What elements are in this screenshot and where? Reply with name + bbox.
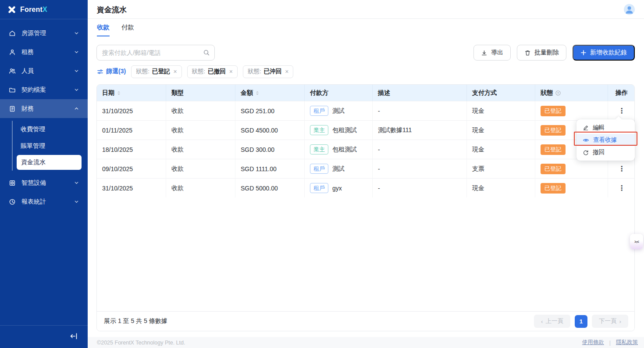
payer-name: 測試 xyxy=(332,107,345,115)
sidebar-item-finance[interactable]: 財務 xyxy=(0,99,88,118)
status-badge: 已登記 xyxy=(541,164,566,174)
status-badge: 已登記 xyxy=(541,144,566,155)
undo-redo-icon xyxy=(583,149,589,155)
brand-x-icon xyxy=(7,5,16,14)
assistant-widget-button[interactable]: >.< xyxy=(630,234,643,249)
chevron-right-icon: › xyxy=(619,318,622,325)
chip-field: 狀態: xyxy=(248,68,261,75)
cell-method: 現金 xyxy=(467,101,535,120)
payer-type-badge: 租戶 xyxy=(310,183,328,193)
next-page-button[interactable]: 下一頁 › xyxy=(592,315,628,328)
chip-close-icon[interactable]: × xyxy=(285,68,288,75)
table-row[interactable]: 31/10/2025 收款 SGD 251.00 租戶測試 - 現金 已登記 ⋮ xyxy=(97,101,634,120)
sidebar-subitem-bill-management[interactable]: 賬單管理 xyxy=(0,138,88,154)
pagination-summary: 展示 1 至 5 共 5 條數據 xyxy=(104,317,167,325)
chip-value: 已沖回 xyxy=(264,68,282,75)
bulk-delete-button[interactable]: 批量刪除 xyxy=(517,45,566,61)
export-label: 導出 xyxy=(491,49,503,57)
user-icon xyxy=(9,49,16,56)
cell-type: 收款 xyxy=(166,121,235,140)
prev-page-button[interactable]: ‹ 上一頁 xyxy=(534,315,570,328)
chevron-down-icon xyxy=(74,50,79,54)
sort-icon[interactable] xyxy=(117,90,121,96)
sidebar-subitem-fee-management[interactable]: 收費管理 xyxy=(0,122,88,137)
chip-close-icon[interactable]: × xyxy=(229,68,233,75)
search-icon[interactable] xyxy=(203,49,210,56)
cell-date: 18/10/2025 xyxy=(97,140,166,159)
privacy-link[interactable]: 隱私政策 xyxy=(616,339,638,346)
cell-description: - xyxy=(373,179,467,197)
menu-item-edit[interactable]: 編輯 xyxy=(576,122,635,134)
sidebar-item-label: 財務 xyxy=(21,105,68,113)
cell-amount: SGD 300.00 xyxy=(235,140,305,159)
cell-type: 收款 xyxy=(166,179,235,197)
table-row[interactable]: 09/10/2025 收款 SGD 1111.00 租戶測試 - 支票 已登記 … xyxy=(97,159,634,178)
sidebar-subitem-cash-flow[interactable]: 資金流水 xyxy=(17,155,82,170)
sidebar-item-reports[interactable]: 報表統計 xyxy=(0,192,88,211)
payer-type-badge: 租戶 xyxy=(310,164,328,174)
menu-item-withdraw[interactable]: 撤回 xyxy=(576,146,635,158)
cell-date: 31/10/2025 xyxy=(97,179,166,197)
cell-payer: 租戶測試 xyxy=(305,159,373,178)
folder-icon xyxy=(9,86,16,93)
sidebar-item-properties[interactable]: 房源管理 xyxy=(0,24,88,43)
search-box xyxy=(96,45,215,61)
page-number-1[interactable]: 1 xyxy=(575,315,587,328)
column-header-description: 描述 xyxy=(373,85,467,101)
chevron-down-icon xyxy=(74,180,79,185)
brand-logo[interactable]: ForentX xyxy=(0,0,88,19)
tab-receipts[interactable]: 收款 xyxy=(97,23,110,36)
more-actions-icon[interactable]: ⋮ xyxy=(618,165,625,173)
cell-status: 已登記 xyxy=(535,159,608,178)
sidebar-item-label: 人員 xyxy=(21,67,68,75)
finance-submenu: 收費管理 賬單管理 資金流水 xyxy=(0,118,88,173)
sidebar-subitem-label: 資金流水 xyxy=(21,158,46,166)
svg-text:?: ? xyxy=(557,91,559,94)
filter-icon xyxy=(97,68,103,75)
user-avatar[interactable] xyxy=(624,4,635,15)
payer-type-badge: 業主 xyxy=(310,144,328,154)
widget-face-icon: >.< xyxy=(634,240,639,244)
cell-actions: ⋮ xyxy=(608,101,635,120)
legal-links: 使用條款 | 隱私政策 xyxy=(582,339,638,346)
sidebar-item-smart-devices[interactable]: 智慧設備 xyxy=(0,173,88,192)
cell-method: 現金 xyxy=(467,179,535,197)
menu-item-view-receipt[interactable]: 查看收據 xyxy=(576,134,635,146)
row-actions-menu: 編輯 查看收據 撤回 xyxy=(576,119,635,161)
main-content: 資金流水 收款 付款 導出 批量刪除 新增收款紀錄 篩選(3) xyxy=(88,0,644,348)
plus-icon xyxy=(580,50,587,56)
payer-name: gyx xyxy=(332,185,342,192)
tab-payments[interactable]: 付款 xyxy=(121,23,134,36)
sidebar-item-personnel[interactable]: 人員 xyxy=(0,61,88,80)
eye-icon xyxy=(583,137,589,144)
table-row[interactable]: 18/10/2025 收款 SGD 300.00 業主包租測試 - 現金 已登記… xyxy=(97,140,634,159)
page-title: 資金流水 xyxy=(97,5,127,15)
sort-icon[interactable] xyxy=(255,90,260,96)
tab-bar: 收款 付款 xyxy=(97,23,134,36)
table-row[interactable]: 01/11/2025 收款 SGD 4500.00 業主包租測試 測試數據111… xyxy=(97,120,634,140)
more-actions-icon[interactable]: ⋮ xyxy=(618,184,625,192)
sidebar-item-tenancy[interactable]: 租務 xyxy=(0,43,88,61)
table-row[interactable]: 31/10/2025 收款 SGD 5000.00 租戶gyx - 現金 已登記… xyxy=(97,178,634,197)
payer-name: 包租測試 xyxy=(332,126,357,134)
export-button[interactable]: 導出 xyxy=(473,45,511,61)
column-header-type: 類型 xyxy=(166,85,235,101)
column-header-amount[interactable]: 金額 xyxy=(235,85,305,101)
filter-button[interactable]: 篩選(3) xyxy=(97,68,126,75)
payer-type-badge: 租戶 xyxy=(310,106,328,116)
filter-bar: 篩選(3) 狀態: 已登記 × 狀態: 已撤回 × 狀態: 已沖回 × xyxy=(97,65,293,78)
more-actions-icon[interactable]: ⋮ xyxy=(618,107,625,115)
cell-method: 現金 xyxy=(467,121,535,140)
chevron-up-icon xyxy=(74,106,79,111)
chip-close-icon[interactable]: × xyxy=(173,68,177,75)
collapse-sidebar-icon[interactable] xyxy=(69,332,78,341)
terms-link[interactable]: 使用條款 xyxy=(582,339,604,346)
search-input[interactable] xyxy=(96,45,215,61)
column-header-date[interactable]: 日期 xyxy=(97,85,166,101)
question-circle-icon[interactable]: ? xyxy=(555,90,561,96)
cell-description: - xyxy=(373,159,467,178)
chip-value: 已撤回 xyxy=(208,68,226,75)
add-receipt-button[interactable]: 新增收款紀錄 xyxy=(573,45,635,61)
cell-payer: 業主包租測試 xyxy=(305,140,373,159)
sidebar-item-contracts[interactable]: 契約檔案 xyxy=(0,80,88,99)
